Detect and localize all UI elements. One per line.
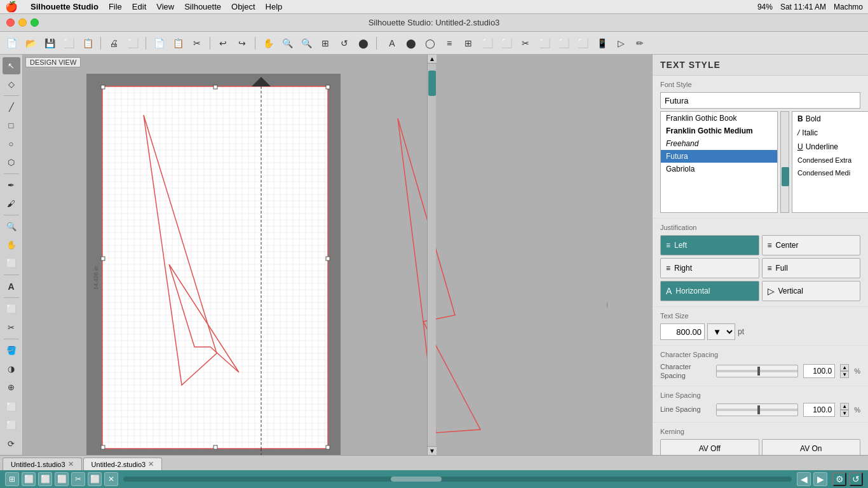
- distrib-button[interactable]: ⬜: [498, 34, 515, 52]
- status-merge-button[interactable]: ⬜: [55, 472, 69, 486]
- style-list[interactable]: B Bold / Italic U Underline Condensed Ex…: [792, 111, 868, 213]
- color-button[interactable]: ◯: [421, 34, 439, 52]
- weld-button[interactable]: ⬜: [555, 34, 573, 52]
- eraser-tool[interactable]: ⬜: [3, 255, 20, 272]
- char-spacing-slider[interactable]: [716, 365, 798, 377]
- char-spacing-up[interactable]: ▲: [840, 364, 849, 371]
- select-button[interactable]: A: [383, 34, 401, 52]
- justify-full-button[interactable]: ≡ Full: [762, 258, 861, 278]
- save-small-button[interactable]: 💾: [41, 34, 58, 52]
- fill-button[interactable]: ⬤: [402, 34, 420, 52]
- char-spacing-input[interactable]: [803, 364, 835, 378]
- tab-untitled1-close[interactable]: ✕: [68, 460, 74, 468]
- tab-untitled2[interactable]: Untitled-2.studio3 ✕: [83, 458, 163, 470]
- new-button[interactable]: 📄: [3, 34, 20, 52]
- print-button[interactable]: 🖨: [105, 34, 123, 52]
- cut2-button[interactable]: ✂: [517, 34, 534, 52]
- font-item-freehand[interactable]: Freehand: [661, 137, 777, 150]
- pen-button[interactable]: ✏: [631, 34, 649, 52]
- zoom-100-button[interactable]: ↺: [336, 34, 353, 52]
- node-tool[interactable]: ◇: [3, 76, 20, 93]
- redo-button[interactable]: ↪: [233, 34, 251, 52]
- scroll-up-button[interactable]: ▲: [428, 55, 437, 64]
- hand-tool[interactable]: ✋: [3, 236, 20, 254]
- save-button[interactable]: ⬜: [60, 34, 78, 52]
- zoom-out-button[interactable]: 🔍: [297, 34, 315, 52]
- menu-edit[interactable]: Edit: [132, 2, 146, 11]
- style-button[interactable]: ≡: [440, 34, 458, 52]
- fill-tool[interactable]: 🪣: [3, 342, 20, 359]
- font-item-gabriola[interactable]: Gabriola: [661, 163, 777, 175]
- crop-tool[interactable]: ✂: [3, 319, 20, 336]
- kerning-off-button[interactable]: AV Off: [660, 439, 759, 455]
- zoom-fit-button[interactable]: ⊞: [316, 34, 334, 52]
- font-item-futura[interactable]: Futura: [661, 150, 777, 163]
- maximize-button[interactable]: [31, 18, 39, 27]
- status-eraser-button[interactable]: ⬜: [88, 472, 102, 486]
- open-button[interactable]: 📂: [22, 34, 39, 52]
- scroll-left-button[interactable]: ◀: [797, 472, 811, 486]
- char-spacing-down[interactable]: ▼: [840, 371, 849, 378]
- mobile-button[interactable]: 📱: [593, 34, 611, 52]
- status-x-button[interactable]: ✕: [104, 472, 118, 486]
- rect-tool[interactable]: □: [3, 117, 20, 134]
- text-size-input[interactable]: [660, 323, 705, 340]
- zoom-in-button[interactable]: 🔍: [278, 34, 296, 52]
- undo-button[interactable]: ↩: [214, 34, 232, 52]
- status-layers-button[interactable]: ⬜: [22, 472, 36, 486]
- style-bold[interactable]: B Bold: [792, 112, 868, 126]
- zoom-tool[interactable]: 🔍: [3, 218, 20, 235]
- text-size-dropdown[interactable]: ▼: [707, 323, 735, 340]
- hand-button[interactable]: ✋: [259, 34, 277, 52]
- settings-button[interactable]: ⚙: [832, 472, 846, 486]
- paste-button[interactable]: 📋: [169, 34, 187, 52]
- select-tool[interactable]: ↖: [3, 57, 20, 74]
- status-cut-button[interactable]: ✂: [71, 472, 85, 486]
- direction-vertical-button[interactable]: ▷ Vertical: [762, 281, 861, 301]
- status-group-button[interactable]: ⬜: [38, 472, 52, 486]
- cut-button[interactable]: ✂: [188, 34, 206, 52]
- ellipse-tool[interactable]: ○: [3, 135, 20, 152]
- tab-untitled1[interactable]: Untitled-1.studio3 ✕: [3, 458, 82, 470]
- close-button[interactable]: [6, 18, 15, 27]
- font-scroll-track[interactable]: [780, 111, 789, 213]
- stamp-tool[interactable]: ⊕: [3, 379, 20, 396]
- align-button[interactable]: ⬜: [478, 34, 496, 52]
- 3d-tool[interactable]: ⬜: [3, 301, 20, 318]
- line-spacing-slider[interactable]: [716, 403, 798, 416]
- refresh-button[interactable]: ↺: [849, 472, 863, 486]
- zoom-pan-button[interactable]: ⬤: [355, 34, 372, 52]
- menu-object[interactable]: Object: [231, 2, 255, 11]
- style-condensed-medi[interactable]: Condensed Medi: [792, 166, 868, 179]
- line-spacing-up[interactable]: ▲: [840, 403, 849, 410]
- text-tool[interactable]: A: [3, 278, 20, 295]
- outline-button[interactable]: ⬜: [536, 34, 553, 52]
- style-underline[interactable]: U Underline: [792, 140, 868, 154]
- kerning-on-button[interactable]: AV On: [762, 439, 861, 455]
- gradient-tool[interactable]: ◑: [3, 360, 20, 377]
- scroll-thumb[interactable]: [428, 71, 436, 96]
- scroll-right-button[interactable]: ▶: [813, 472, 827, 486]
- font-name-input[interactable]: [660, 92, 860, 109]
- vertical-scrollbar[interactable]: ▲ ▼: [427, 55, 436, 455]
- polygon-tool[interactable]: ⬡: [3, 154, 20, 171]
- grid-button[interactable]: ⊞: [459, 34, 477, 52]
- font-list[interactable]: Franklin Gothic Book Franklin Gothic Med…: [660, 111, 778, 213]
- pen-tool[interactable]: ✒: [3, 177, 20, 194]
- justify-left-button[interactable]: ≡ Left: [660, 235, 759, 255]
- font-item-franklin-book[interactable]: Franklin Gothic Book: [661, 112, 777, 125]
- menu-view[interactable]: View: [156, 2, 174, 11]
- scroll-down-button[interactable]: ▼: [428, 446, 437, 455]
- h-scrollbar[interactable]: [123, 477, 792, 482]
- style-condensed-extra[interactable]: Condensed Extra: [792, 154, 868, 166]
- menu-help[interactable]: Help: [266, 2, 283, 11]
- copy-button[interactable]: 📄: [150, 34, 168, 52]
- font-item-franklin-medium[interactable]: Franklin Gothic Medium: [661, 125, 777, 137]
- brush-tool[interactable]: 🖌: [3, 195, 20, 212]
- library-btn[interactable]: ⬜: [3, 417, 20, 434]
- line-tool[interactable]: ╱: [3, 98, 20, 116]
- save-as-button[interactable]: 📋: [79, 34, 97, 52]
- status-align-button[interactable]: ⊞: [5, 472, 19, 486]
- layers-btn[interactable]: ⬜: [3, 398, 20, 416]
- tab-untitled2-close[interactable]: ✕: [148, 460, 154, 468]
